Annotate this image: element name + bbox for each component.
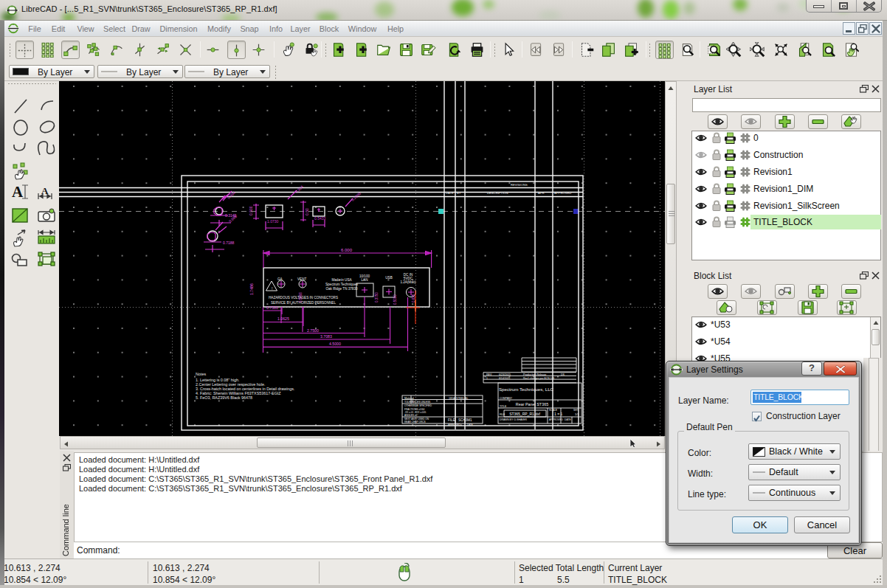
svg-text:DS: DS [561,373,565,376]
svg-text:5. FeO3, RAZ39V6 Black 96478: 5. FeO3, RAZ39V6 Black 96478 [196,395,252,400]
svg-text:1/1: 1/1 [575,412,579,416]
svg-text:APPROVED: APPROVED [549,418,563,421]
svg-text:DATE: DATE [565,418,572,421]
svg-text:OTHERWISE SPECIFIED: OTHERWISE SPECIFIED [404,404,432,407]
svg-text:0.7500: 0.7500 [266,305,278,310]
svg-text:APPROVED: APPROVED [448,423,461,426]
svg-text:1.0625: 1.0625 [277,317,289,321]
svg-text:!: ! [272,286,272,291]
svg-text:DRAWN BY: D.SHAVER: DRAWN BY: D.SHAVER [500,418,527,421]
svg-text:Rear Panel ST365: Rear Panel ST365 [516,402,548,407]
svg-text:1 = 1: 1 = 1 [554,412,562,416]
svg-text:8/14/2015: 8/14/2015 [499,377,510,380]
svg-text:REVISIONS: REVISIONS [511,183,528,187]
svg-text:GA: GA [277,277,283,281]
svg-text:1.2A(Max): 1.2A(Max) [400,280,416,284]
svg-text:A: A [12,183,24,201]
svg-text:COMPANY: COMPANY [500,397,513,400]
svg-text:APPROVED: APPROVED [554,191,571,195]
svg-text:VENT: VENT [297,277,306,281]
svg-text:REAR CHAP ORCS: REAR CHAP ORCS [404,421,426,423]
svg-text:Notes: Notes [196,372,206,376]
svg-text:REV: REV [486,373,492,376]
svg-text:Material: Material [404,397,414,400]
svg-text:SHT: SHT [573,409,579,412]
svg-text:4.5000: 4.5000 [329,342,341,346]
svg-text:APR: APR [538,191,545,195]
svg-text:HAZARDOUS VOLTAGES IN CONNECTO: HAZARDOUS VOLTAGES IN CONNECTORS [269,296,338,300]
svg-text:2.7500: 2.7500 [307,328,319,333]
svg-text:SCALE: SCALE [549,409,558,412]
svg-text:0.50: 0.50 [305,208,309,215]
svg-text:Rev1 changes per ECN 243: Rev1 changes per ECN 243 [523,377,554,380]
svg-text:0.3750: 0.3750 [375,292,379,302]
svg-text:0.500: 0.500 [249,206,253,215]
svg-text:SERVICE BY AUTHORIZED PERSONNE: SERVICE BY AUTHORIZED PERSONNEL [271,301,336,305]
svg-text:DESCRIPTION: DESCRIPTION [487,191,508,195]
svg-text:Oak Ridge TN 37830: Oak Ridge TN 37830 [325,287,358,291]
svg-text:ANGLES ±1°: ANGLES ±1° [404,414,418,417]
svg-text:DATE: DATE [467,423,473,426]
svg-text:USB: USB [385,276,392,280]
svg-text:18GA STEEL AL: 18GA STEEL AL [449,397,468,400]
svg-text:1: 1 [486,377,488,380]
svg-text:0.7188: 0.7188 [223,241,235,245]
svg-text:SCH3M1: SCH3M1 [458,418,472,422]
svg-text:6/23/2015: 6/23/2015 [499,373,511,376]
svg-text:DATE: DATE [446,191,454,195]
svg-text:LAN: LAN [362,278,368,282]
svg-text:3.7083: 3.7083 [320,334,332,339]
svg-text:BY: BY [457,191,461,195]
svg-text:Spectrum Techniques, LLC: Spectrum Techniques, LLC [499,387,554,392]
svg-text:FILE: FILE [448,418,455,422]
svg-text:0.5906: 0.5906 [299,292,303,302]
svg-text:TITLE: TITLE [500,405,507,408]
svg-text:Spectrum Techniques: Spectrum Techniques [325,283,359,286]
svg-text:TOLERANCES UNLESS: TOLERANCES UNLESS [404,401,430,404]
svg-text:6.000: 6.000 [341,248,353,252]
svg-text:0.5433: 0.5433 [314,216,326,221]
svg-text:1.7486: 1.7486 [249,283,254,295]
svg-text:Production Release: Production Release [523,373,546,376]
svg-text:ST365_RP_R1.dxf: ST365_RP_R1.dxf [509,412,540,416]
svg-text:FILE: FILE [500,413,505,416]
svg-text:0.5000: 0.5000 [393,294,397,305]
svg-text:Made in USA: Made in USA [331,278,352,282]
svg-text:1.0730: 1.0730 [267,219,279,224]
